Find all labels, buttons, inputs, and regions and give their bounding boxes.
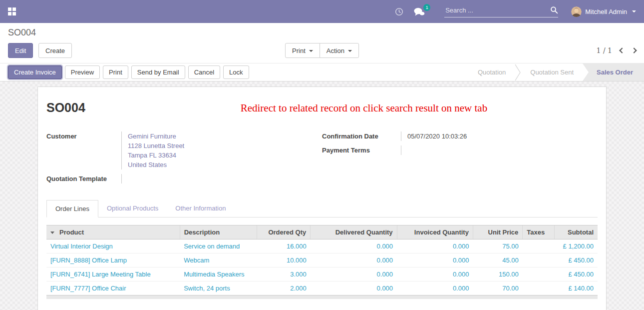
col-invoiced-quantity[interactable]: Invoiced Quantity	[397, 226, 473, 240]
apps-menu-icon[interactable]	[8, 8, 16, 16]
preview-button[interactable]: Preview	[65, 66, 100, 79]
statusbar: Create Invoice Preview Print Send by Ema…	[0, 63, 644, 82]
col-unit-price[interactable]: Unit Price	[473, 226, 522, 240]
send-by-email-button[interactable]: Send by Email	[131, 66, 185, 79]
messages-icon[interactable]: 1	[413, 7, 425, 16]
print-caret-icon	[309, 50, 313, 52]
product-cell[interactable]: [FURN_6741] Large Meeting Table	[46, 268, 180, 282]
pager-previous-icon[interactable]	[619, 48, 625, 53]
list-options-caret-icon[interactable]	[50, 232, 54, 234]
confirmation-date-field: Confirmation Date 05/07/2020 10:03:26	[322, 132, 598, 141]
control-panel: SO004 Edit Create Print Action 1 / 1	[0, 23, 644, 63]
activities-clock-icon[interactable]	[395, 8, 403, 16]
pager-value: 1 / 1	[597, 46, 612, 54]
table-footer-strip	[46, 296, 598, 299]
col-product[interactable]: Product	[46, 226, 180, 240]
product-cell[interactable]: Virtual Interior Design	[46, 240, 180, 254]
product-cell[interactable]: [FURN_7777] Office Chair	[46, 282, 180, 296]
table-header-row: Product Description Ordered Qty Delivere…	[46, 226, 598, 240]
description-cell[interactable]: Switch, 24 ports	[180, 282, 257, 296]
order-line-row[interactable]: [FURN_6741] Large Meeting Table Multimed…	[46, 268, 598, 282]
description-cell[interactable]: Webcam	[180, 254, 257, 268]
breadcrumb: SO004	[8, 28, 636, 38]
top-navbar: 1 Mitchell Admin	[0, 0, 644, 23]
tab-order-lines[interactable]: Order Lines	[46, 200, 98, 218]
message-count-badge: 1	[423, 4, 430, 11]
sale-order-sheet: SO004 Redirect to related record on clic…	[37, 86, 607, 310]
product-cell[interactable]: [FURN_8888] Office Lamp	[46, 254, 180, 268]
status-pipeline: Quotation Quotation Sent Sales Order	[469, 64, 644, 81]
edit-button[interactable]: Edit	[8, 43, 33, 58]
pager-next-icon[interactable]	[631, 48, 637, 53]
global-search	[444, 6, 558, 18]
status-separator-icon	[515, 64, 521, 81]
user-avatar	[571, 6, 582, 17]
form-view-background: SO004 Redirect to related record on clic…	[0, 82, 644, 310]
payment-terms-field: Payment Terms	[322, 146, 598, 155]
user-name: Mitchell Admin	[585, 8, 627, 16]
payment-terms-label: Payment Terms	[322, 146, 401, 155]
lock-button[interactable]: Lock	[223, 66, 249, 79]
status-quotation[interactable]: Quotation	[469, 64, 515, 81]
status-sales-order[interactable]: Sales Order	[583, 64, 644, 81]
description-cell[interactable]: Service on demand	[180, 240, 257, 254]
create-button[interactable]: Create	[38, 43, 72, 58]
quotation-template-field: Quotation Template	[46, 174, 322, 184]
search-input[interactable]	[444, 6, 550, 14]
user-menu-caret-icon	[632, 10, 636, 12]
tab-other-information[interactable]: Other Information	[167, 200, 234, 217]
customer-street: 1128 Lunetta Street	[128, 141, 322, 150]
col-description[interactable]: Description	[180, 226, 257, 240]
confirmation-date-label: Confirmation Date	[322, 132, 401, 141]
create-invoice-button[interactable]: Create Invoice	[8, 66, 62, 79]
order-title: SO004	[46, 100, 85, 115]
pager: 1 / 1	[597, 46, 636, 54]
cancel-button[interactable]: Cancel	[188, 66, 220, 79]
customer-name[interactable]: Gemini Furniture	[128, 132, 322, 141]
status-quotation-sent[interactable]: Quotation Sent	[521, 64, 583, 81]
col-delivered-quantity[interactable]: Delivered Quantity	[311, 226, 397, 240]
action-dropdown[interactable]: Action	[320, 43, 359, 58]
customer-label: Customer	[46, 132, 121, 170]
confirmation-date-value: 05/07/2020 10:03:26	[401, 132, 598, 141]
col-ordered-qty[interactable]: Ordered Qty	[257, 226, 311, 240]
description-cell[interactable]: Multimedia Speakers	[180, 268, 257, 282]
quotation-template-value[interactable]	[121, 174, 322, 184]
order-line-row[interactable]: Virtual Interior Design Service on deman…	[46, 240, 598, 254]
payment-terms-value	[401, 146, 598, 155]
red-annotation-text: Redirect to related record on click sear…	[85, 100, 598, 114]
customer-country: United States	[128, 160, 322, 170]
user-menu[interactable]: Mitchell Admin	[571, 6, 636, 17]
col-taxes[interactable]: Taxes	[523, 226, 555, 240]
order-lines-table: Product Description Ordered Qty Delivere…	[46, 225, 598, 299]
quotation-template-label: Quotation Template	[46, 174, 121, 184]
print-button[interactable]: Print	[103, 66, 128, 79]
search-icon[interactable]	[550, 6, 558, 14]
print-dropdown[interactable]: Print	[285, 43, 320, 58]
notebook-tabs: Order Lines Optional Products Other Info…	[46, 200, 598, 218]
order-line-row[interactable]: [FURN_8888] Office Lamp Webcam 10.000 0.…	[46, 254, 598, 268]
action-caret-icon	[348, 50, 352, 52]
customer-city: Tampa FL 33634	[128, 150, 322, 160]
tab-optional-products[interactable]: Optional Products	[98, 200, 167, 217]
order-line-row[interactable]: [FURN_7777] Office Chair Switch, 24 port…	[46, 282, 598, 296]
col-subtotal[interactable]: Subtotal	[555, 226, 598, 240]
customer-value[interactable]: Gemini Furniture 1128 Lunetta Street Tam…	[121, 132, 322, 170]
customer-field: Customer Gemini Furniture 1128 Lunetta S…	[46, 132, 322, 170]
